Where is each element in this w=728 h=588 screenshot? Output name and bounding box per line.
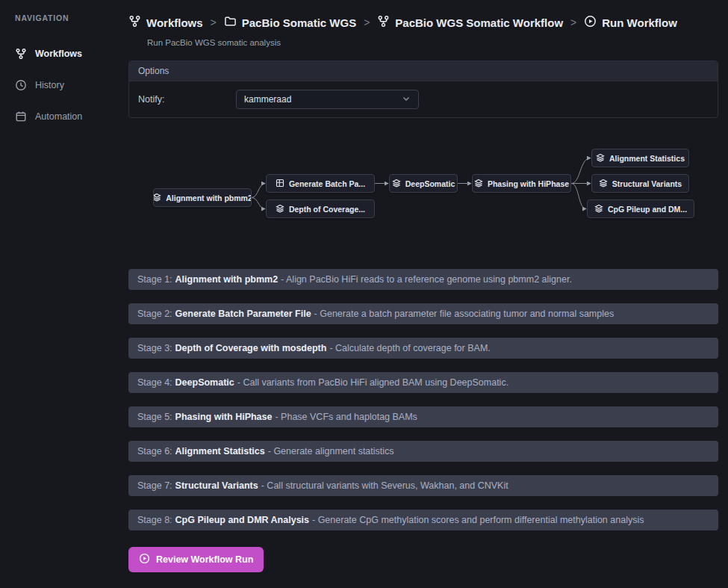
breadcrumb-label: Run Workflow <box>602 16 677 29</box>
stage-prefix: Stage 3: <box>137 343 172 353</box>
sidebar-item-label: Automation <box>35 111 82 122</box>
stage-description: - Generate alignment statistics <box>268 446 394 457</box>
stage-row-8: Stage 8:CpG Pileup and DMR Analysis- Gen… <box>128 510 718 530</box>
folder-icon <box>224 15 237 30</box>
stage-row-3: Stage 3:Depth of Coverage with mosdepth-… <box>128 338 718 359</box>
stage-prefix: Stage 2: <box>137 309 172 319</box>
stage-description: - Call variants from PacBio HiFi aligned… <box>237 377 508 388</box>
dag-node-phasing-hiphase[interactable]: Phasing with HiPhase <box>472 174 571 193</box>
dag-node-generate-batch[interactable]: Generate Batch Pa... <box>266 174 375 193</box>
options-panel: Options Notify: kammeraad <box>128 61 718 118</box>
dag-node-label: Alignment with pbmm2 <box>166 194 252 202</box>
notify-select[interactable]: kammeraad <box>236 90 419 109</box>
sidebar: NAVIGATION Workflows History <box>0 0 128 588</box>
dag-node-alignment-statistics[interactable]: Alignment Statistics <box>591 149 689 167</box>
stage-description: - Align PacBio HiFi reads to a reference… <box>281 274 572 285</box>
stage-list: Stage 1:Alignment with pbmm2- Align PacB… <box>128 269 718 530</box>
sidebar-item-automation[interactable]: Automation <box>15 111 128 123</box>
breadcrumb-label: PacBio Somatic WGS <box>242 16 356 29</box>
stage-description: - Generate a batch parameter file associ… <box>314 309 615 319</box>
automation-icon <box>15 111 27 123</box>
layers-icon <box>594 204 603 214</box>
stage-name: Generate Batch Parameter File <box>175 309 311 319</box>
dag-node-label: Depth of Coverage... <box>289 205 365 214</box>
play-circle-icon <box>139 553 150 566</box>
sidebar-item-workflows[interactable]: Workflows <box>15 48 128 60</box>
stage-description: - Phase VCFs and haplotag BAMs <box>275 412 417 422</box>
dag-node-label: Phasing with HiPhase <box>488 179 569 188</box>
breadcrumb-separator: > <box>570 16 577 28</box>
workflow-icon <box>128 15 141 30</box>
stage-description: - Generate CpG methylation scores and pe… <box>312 515 644 525</box>
breadcrumb-item-project[interactable]: PacBio Somatic WGS <box>224 15 356 30</box>
breadcrumb-separator: > <box>363 16 370 28</box>
stage-name: Depth of Coverage with mosdepth <box>175 343 327 353</box>
review-button-label: Review Workflow Run <box>156 554 253 565</box>
stage-name: DeepSomatic <box>175 377 234 388</box>
breadcrumb-item-workflows[interactable]: Workflows <box>128 15 203 30</box>
stage-row-7: Stage 7:Structural Variants- Call struct… <box>128 475 718 496</box>
stage-name: Phasing with HiPhase <box>175 412 273 422</box>
options-panel-title: Options <box>129 61 718 81</box>
stage-name: Alignment with pbmm2 <box>175 274 279 285</box>
dag-node-label: Generate Batch Pa... <box>289 179 365 188</box>
layers-icon <box>474 179 483 189</box>
breadcrumb-label: Workflows <box>146 16 203 29</box>
workflow-dag: Alignment with pbmm2 Generate Batch Pa..… <box>128 137 718 242</box>
history-icon <box>15 79 27 91</box>
stage-prefix: Stage 6: <box>137 446 172 457</box>
stage-prefix: Stage 1: <box>137 274 172 285</box>
stage-prefix: Stage 8: <box>137 515 172 525</box>
workflow-icon <box>377 15 390 30</box>
review-workflow-run-button[interactable]: Review Workflow Run <box>128 547 264 572</box>
stage-prefix: Stage 4: <box>137 377 172 388</box>
breadcrumb-label: PacBio WGS Somatic Workflow <box>395 16 563 29</box>
chevron-down-icon <box>402 94 411 105</box>
dag-node-alignment-pbmm2[interactable]: Alignment with pbmm2 <box>153 188 252 207</box>
breadcrumb: Workflows > PacBio Somatic WGS > <box>128 15 718 30</box>
layers-icon <box>153 193 161 203</box>
stage-row-4: Stage 4:DeepSomatic- Call variants from … <box>128 372 718 393</box>
dag-node-label: Alignment Statistics <box>609 154 685 163</box>
stage-row-2: Stage 2:Generate Batch Parameter File- G… <box>128 303 718 324</box>
dag-node-label: DeepSomatic <box>405 179 455 188</box>
sidebar-item-label: History <box>35 80 64 90</box>
layers-icon <box>276 204 284 214</box>
notify-label: Notify: <box>138 94 236 105</box>
grid-icon <box>276 179 284 189</box>
sidebar-item-history[interactable]: History <box>15 79 128 91</box>
stage-prefix: Stage 5: <box>137 412 172 422</box>
stage-prefix: Stage 7: <box>137 480 172 491</box>
sidebar-header: NAVIGATION <box>15 13 128 22</box>
breadcrumb-item-run-workflow[interactable]: Run Workflow <box>584 15 677 30</box>
layers-icon <box>599 179 608 189</box>
stage-description: - Calculate depth of coverage for BAM. <box>329 343 490 353</box>
sidebar-item-label: Workflows <box>35 49 82 59</box>
stage-row-5: Stage 5:Phasing with HiPhase- Phase VCFs… <box>128 406 718 427</box>
stage-name: Alignment Statistics <box>175 446 265 457</box>
main-content: Workflows > PacBio Somatic WGS > <box>128 0 718 588</box>
dag-node-cpg-pileup[interactable]: CpG Pileup and DM... <box>587 199 694 218</box>
notify-select-value: kammeraad <box>244 94 291 105</box>
play-circle-icon <box>584 15 597 30</box>
stage-row-1: Stage 1:Alignment with pbmm2- Align PacB… <box>128 269 718 290</box>
breadcrumb-item-workflow[interactable]: PacBio WGS Somatic Workflow <box>377 15 563 30</box>
options-panel-body: Notify: kammeraad <box>129 81 718 117</box>
breadcrumb-separator: > <box>210 16 217 28</box>
dag-node-label: Structural Variants <box>612 179 682 188</box>
stage-name: CpG Pileup and DMR Analysis <box>175 515 309 525</box>
layers-icon <box>596 153 605 164</box>
dag-node-structural-variants[interactable]: Structural Variants <box>591 174 689 193</box>
stage-description: - Call structural variants with Severus,… <box>261 480 508 491</box>
page-subtitle: Run PacBio WGS somatic analysis <box>147 38 718 47</box>
dag-node-label: CpG Pileup and DM... <box>608 205 687 214</box>
stage-row-6: Stage 6:Alignment Statistics- Generate a… <box>128 441 718 462</box>
workflow-icon <box>15 48 27 60</box>
dag-node-deepsomatic[interactable]: DeepSomatic <box>389 174 458 193</box>
layers-icon <box>392 179 401 189</box>
dag-node-depth-coverage[interactable]: Depth of Coverage... <box>266 199 375 218</box>
app-root: NAVIGATION Workflows History <box>0 0 728 588</box>
stage-name: Structural Variants <box>175 480 258 491</box>
